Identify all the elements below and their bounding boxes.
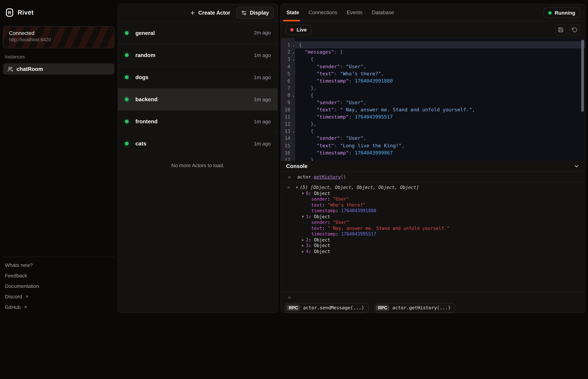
expanded-triangle-icon[interactable]: ▼	[302, 214, 304, 220]
rpc-chip-actor-sendmessage-[interactable]: RPCactor.sendMessage(...)	[285, 303, 369, 313]
collapsed-triangle-icon[interactable]: ▶	[302, 243, 304, 249]
tree-node[interactable]: ▶3: Object	[281, 243, 585, 249]
code-line: "timestamp": 1764043991880	[299, 77, 585, 84]
prompt-icon: >	[288, 174, 291, 180]
save-icon	[558, 27, 564, 32]
rpc-chips-row: RPCactor.sendMessage(...)RPCactor.getHis…	[281, 303, 585, 313]
live-badge-label: Live	[297, 27, 307, 32]
prop-value: "Who’s there?"	[328, 202, 366, 208]
tree-object-label: : Object	[308, 190, 330, 196]
footer-link-whats-new-[interactable]: Whats new?	[3, 260, 114, 270]
line-number: 4	[281, 63, 295, 70]
sidebar-footer: Whats new?FeedbackDocumentationDiscordGi…	[3, 257, 114, 312]
code-line: },	[299, 84, 585, 92]
actor-row-frontend[interactable]: frontend1m ago	[118, 110, 277, 132]
code-line: "sender": "User",	[299, 63, 585, 70]
svg-text:R: R	[8, 10, 11, 15]
console-result-summary[interactable]: <▼(5) [Object, Object, Object, Object, O…	[281, 185, 585, 190]
footer-link-github[interactable]: GitHub	[3, 302, 114, 312]
token-p: :	[334, 143, 340, 148]
tab-database[interactable]: Database	[372, 10, 394, 16]
token-w	[299, 85, 311, 91]
token-w	[299, 143, 317, 148]
instance-name: chatRoom	[16, 66, 43, 72]
console-bottom: > RPCactor.sendMessage(...)RPCactor.getH…	[281, 292, 585, 313]
line-number: 16	[281, 149, 295, 156]
prop-value: "User"	[333, 196, 349, 202]
chevron-down-icon[interactable]	[573, 163, 580, 169]
token-w	[299, 49, 305, 55]
expanded-triangle-icon[interactable]: ▼	[296, 185, 298, 190]
expanded-triangle-icon[interactable]: ▼	[302, 190, 304, 196]
collapsed-triangle-icon[interactable]: ▶	[302, 249, 304, 254]
sidebar-item-chatroom[interactable]: chatRoom	[3, 63, 114, 75]
editor-gutter: 1▾2▾3▾45678▾910111213▾14151617	[281, 38, 295, 161]
token-p: :	[340, 63, 346, 69]
footer-link-discord[interactable]: Discord	[3, 291, 114, 302]
editor-scrollbar[interactable]	[581, 40, 584, 112]
console-header[interactable]: Console	[281, 161, 585, 172]
line-number: 14	[281, 135, 295, 142]
tree-node[interactable]: ▼0: Object	[281, 190, 585, 196]
active-tab-underline	[283, 20, 300, 21]
token-w	[299, 128, 311, 134]
token-k: "timestamp"	[317, 150, 349, 156]
tree-node[interactable]: ▼1: Object	[281, 214, 585, 220]
rpc-chip-actor-gethistory-[interactable]: RPCactor.getHistory(...)	[374, 303, 455, 313]
revert-button[interactable]	[569, 24, 580, 35]
line-number: 12	[281, 120, 295, 127]
line-number: 5	[281, 70, 295, 77]
footer-link-label: Discord	[5, 294, 22, 299]
tree-node[interactable]: ▶4: Object	[281, 249, 585, 254]
prop-colon: :	[328, 220, 333, 225]
collapsed-triangle-icon[interactable]: ▶	[302, 237, 304, 243]
footer-link-label: Whats new?	[5, 262, 33, 268]
code-line: "timestamp": 1764043995517	[299, 113, 585, 120]
code-line: "text": "Who’s there?",	[299, 70, 585, 77]
token-p: },	[311, 121, 317, 127]
tab-state[interactable]: State	[286, 10, 299, 16]
live-badge[interactable]: Live	[286, 25, 311, 35]
footer-link-documentation[interactable]: Documentation	[3, 281, 114, 291]
token-p: :	[349, 78, 355, 84]
footer-divider	[3, 257, 114, 257]
code-line: }	[299, 156, 585, 161]
footer-link-feedback[interactable]: Feedback	[3, 270, 114, 281]
actor-row-cats[interactable]: cats1m ago	[118, 132, 277, 155]
display-button[interactable]: Display	[236, 7, 274, 19]
state-editor[interactable]: 1▾2▾3▾45678▾910111213▾14151617 { "messag…	[281, 38, 585, 161]
connection-url: http://localhost:6420	[9, 37, 109, 42]
create-actor-button[interactable]: Create Actor	[185, 8, 235, 18]
token-p: :	[334, 107, 340, 112]
rpc-chip-label: actor.getHistory(...)	[392, 305, 451, 311]
token-k: "sender"	[317, 136, 340, 141]
connection-status: Connected	[9, 30, 109, 36]
actor-last-seen: 1m ago	[254, 52, 271, 58]
token-p: ,	[364, 136, 366, 141]
code-line: "timestamp": 1764043999867	[299, 149, 585, 156]
actor-row-backend[interactable]: backend1m ago	[118, 88, 277, 110]
footer-link-label: Feedback	[5, 273, 27, 278]
token-s: "User"	[346, 136, 364, 141]
token-p: :	[340, 100, 346, 105]
tree-node[interactable]: ▶2: Object	[281, 237, 585, 243]
tab-events[interactable]: Events	[347, 10, 363, 16]
save-button[interactable]	[556, 24, 566, 35]
actor-row-general[interactable]: general2m ago	[118, 22, 277, 44]
console-prompt-row[interactable]: >	[281, 294, 585, 300]
connection-card: Connected http://localhost:6420	[3, 26, 114, 48]
code-line: "text": " Nay, answer me. Stand and unfo…	[299, 106, 585, 113]
actor-row-random[interactable]: random1m ago	[118, 44, 277, 66]
prop-key: sender	[311, 196, 328, 202]
token-w	[299, 121, 311, 127]
token-w	[299, 100, 317, 105]
tree-prop: timestamp: 1764043995517	[281, 231, 585, 237]
tree-prop: text: "Who’s there?"	[281, 202, 585, 208]
actor-last-seen: 2m ago	[254, 30, 271, 36]
status-dot-icon	[125, 75, 129, 79]
display-label: Display	[250, 10, 269, 16]
prop-key: text	[311, 225, 322, 231]
tab-connections[interactable]: Connections	[309, 10, 337, 16]
status-badge[interactable]: Running	[543, 8, 580, 18]
actor-row-dogs[interactable]: dogs1m ago	[118, 66, 277, 88]
